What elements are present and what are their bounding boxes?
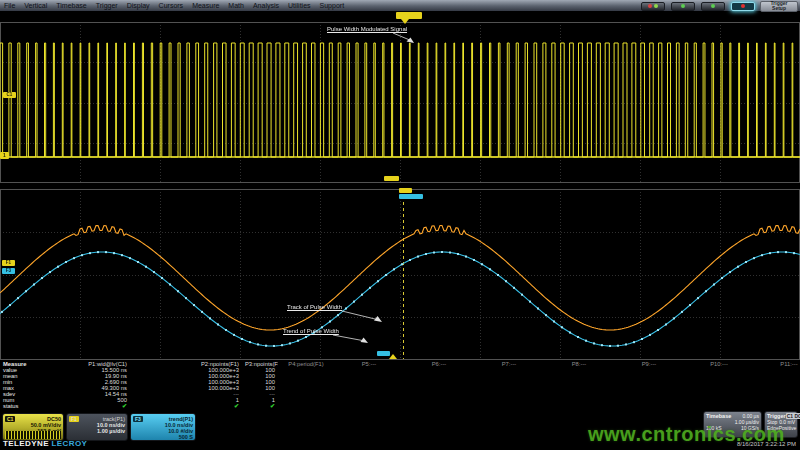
brand-lecroy: LECROY	[52, 439, 88, 448]
aux-output-icon[interactable]	[641, 2, 665, 11]
f1-descriptor-box[interactable]: F1 track(P1) 10.0 ns/div 1.00 µs/div	[66, 413, 128, 441]
timebase-title: Timebase	[706, 413, 731, 419]
measure-cell	[754, 403, 800, 409]
brand-logo: TELEDYNE LECROY	[3, 439, 87, 448]
print-screen-icon[interactable]	[701, 2, 725, 11]
menu-item-cursors[interactable]: Cursors	[159, 0, 184, 11]
trigger-delay-marker[interactable]	[389, 354, 397, 359]
measure-cell	[474, 403, 544, 409]
brand-teledyne: TELEDYNE	[3, 439, 49, 448]
toolbar: Trigger Setup	[641, 0, 798, 12]
measure-table: MeasureP1:wid@lv(C1)P2:npoints(F1)P3:npo…	[0, 361, 800, 411]
menu-item-utilities[interactable]: Utilities	[288, 0, 311, 11]
measure-row-label: status	[0, 403, 56, 409]
menu-item-vertical[interactable]: Vertical	[24, 0, 47, 11]
menu-item-math[interactable]: Math	[228, 0, 244, 11]
f3-descriptor-box[interactable]: F3 trend(P1) 10.0 ns/div 10.0 #/div 500 …	[130, 413, 196, 441]
menu-item-file[interactable]: File	[4, 0, 15, 11]
cursor-badge-top[interactable]	[384, 176, 399, 181]
c1-level-badge[interactable]: C1	[3, 92, 16, 98]
oscilloscope-screen: FileVerticalTimebaseTriggerDisplayCursor…	[0, 0, 800, 450]
measure-cell	[614, 403, 684, 409]
measure-cell	[334, 403, 404, 409]
f1-trace-badge[interactable]: F1	[2, 260, 15, 266]
trigger-position-marker[interactable]	[401, 19, 409, 24]
f3-trace-label: F3	[6, 269, 11, 274]
cursor-badge-f3[interactable]	[399, 194, 423, 199]
measure-cell	[544, 403, 614, 409]
touchscreen-icon[interactable]	[671, 2, 695, 11]
menu-item-trigger[interactable]: Trigger	[96, 0, 118, 11]
menu-item-analysis[interactable]: Analysis	[253, 0, 279, 11]
c1-ground-label: 1	[3, 153, 6, 158]
annotation-track: Track of Pulse Width	[287, 304, 342, 311]
c1-thumbnail-wave	[5, 431, 61, 439]
trigger-setup-button[interactable]: Trigger Setup	[760, 1, 798, 12]
f3-trace-badge[interactable]: F3	[2, 268, 15, 274]
menu-item-timebase[interactable]: Timebase	[56, 0, 86, 11]
menu-item-display[interactable]: Display	[127, 0, 150, 11]
measure-cell: ✔	[242, 403, 278, 409]
measure-cell	[404, 403, 474, 409]
c1-ground-marker[interactable]: 1	[0, 152, 9, 159]
f3-length: 500 S	[133, 434, 193, 440]
f1-title: track(P1)	[103, 416, 125, 422]
f3-id-chip: F3	[133, 416, 143, 422]
c1-coupling: DC50	[47, 416, 61, 422]
annotation-trend: Trend of Pulse Width	[283, 328, 339, 335]
f3-title: trend(P1)	[169, 416, 193, 422]
measure-cell	[278, 403, 334, 409]
menu-item-measure[interactable]: Measure	[192, 0, 219, 11]
c1-descriptor-box[interactable]: C1 DC50 50.0 mV/div -152.6 mV	[2, 413, 64, 441]
c1-id-chip: C1	[5, 416, 15, 422]
f1-hdiv: 1.00 µs/div	[69, 428, 125, 434]
measure-cell: ✔	[130, 403, 242, 409]
menu-item-support[interactable]: Support	[320, 0, 345, 11]
trigger-setup-label-2: Setup	[772, 6, 786, 11]
toolbar-buttons	[641, 2, 755, 11]
lower-grid-canvas[interactable]	[0, 189, 800, 360]
f1-id-chip: F1	[69, 416, 79, 422]
annotation-pwm-arrow	[392, 32, 418, 46]
measure-cell	[684, 403, 754, 409]
trigger-time-badge[interactable]	[396, 12, 422, 19]
c1-level-label: C1	[7, 93, 13, 98]
annotation-track-arrow	[341, 309, 385, 325]
stop-acquisition-icon[interactable]	[731, 2, 755, 11]
upper-grid-canvas[interactable]	[0, 22, 800, 183]
f1-trace-label: F1	[6, 261, 11, 266]
watermark-text: www.cntronics.com	[588, 423, 785, 446]
measure-cell: ✔	[56, 403, 130, 409]
cursor-badge-f1[interactable]	[399, 188, 412, 193]
annotation-trend-arrow	[332, 333, 372, 346]
